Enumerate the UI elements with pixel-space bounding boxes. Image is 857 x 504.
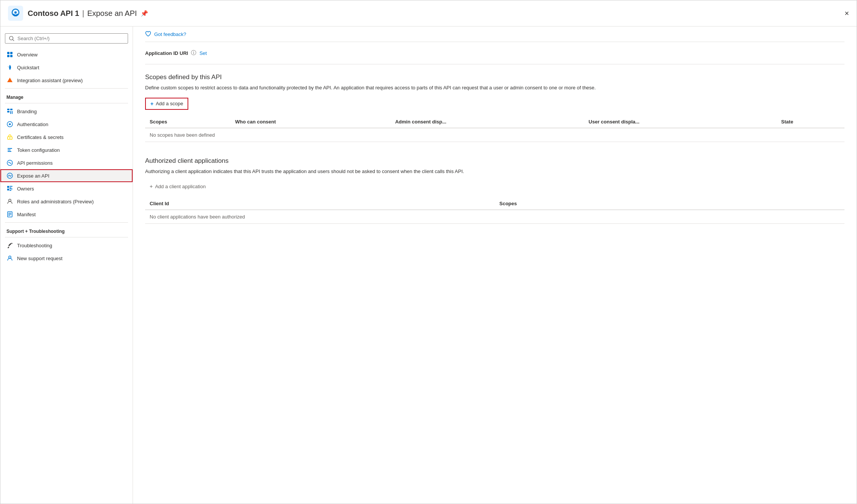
svg-rect-13 (10, 111, 11, 114)
sidebar-item-certificates[interactable]: Certificates & secrets (0, 131, 133, 144)
token-icon (6, 147, 13, 153)
col-who-consent: Who can consent (230, 116, 390, 128)
svg-rect-12 (7, 111, 9, 112)
expose-api-label: Expose an API (17, 173, 49, 179)
app-container: Contoso API 1 | Expose an API 📌 × « (0, 0, 857, 504)
overview-label: Overview (17, 52, 38, 58)
svg-rect-20 (8, 151, 11, 152)
sidebar-item-overview[interactable]: Overview (0, 48, 133, 61)
svg-rect-8 (10, 55, 13, 57)
app-icon (8, 6, 23, 21)
sidebar-item-roles[interactable]: Roles and administrators (Preview) (0, 195, 133, 208)
search-icon (9, 36, 14, 41)
col-client-id: Client Id (145, 198, 495, 210)
svg-rect-27 (9, 189, 13, 189)
header-title: Contoso API 1 | Expose an API (28, 9, 137, 18)
authentication-icon (6, 121, 13, 128)
page-title-text: Expose an API (87, 9, 137, 18)
title-separator: | (82, 9, 84, 18)
sidebar-item-manifest[interactable]: Manifest (0, 208, 133, 221)
clients-empty-message: No client applications have been authori… (145, 210, 844, 224)
svg-rect-31 (8, 213, 11, 214)
col-scopes: Scopes (495, 198, 844, 210)
close-button[interactable]: × (844, 9, 849, 18)
integration-icon (6, 77, 13, 84)
svg-point-17 (9, 137, 11, 139)
scopes-section: Scopes defined by this API Define custom… (145, 64, 844, 148)
search-box: « (5, 33, 128, 44)
clients-table-header: Client Id Scopes (145, 198, 844, 210)
branding-label: Branding (17, 109, 37, 114)
svg-marker-9 (7, 78, 13, 82)
svg-rect-33 (8, 215, 10, 216)
svg-rect-24 (9, 186, 13, 187)
app-name: Contoso API 1 (28, 9, 79, 18)
clients-table: Client Id Scopes No client applications … (145, 198, 844, 224)
svg-rect-25 (9, 187, 11, 188)
svg-rect-14 (12, 111, 13, 114)
sidebar-item-api-permissions[interactable]: API permissions (0, 156, 133, 169)
col-scopes: Scopes (145, 116, 230, 128)
sidebar-item-expose-api[interactable]: Expose an API (0, 169, 133, 182)
feedback-bar[interactable]: Got feedback? (145, 27, 844, 42)
svg-rect-11 (10, 109, 13, 110)
scopes-title: Scopes defined by this API (145, 73, 844, 81)
add-client-label: Add a client application (155, 184, 206, 189)
svg-rect-10 (7, 109, 9, 110)
svg-rect-7 (7, 55, 9, 57)
add-scope-plus-icon: + (150, 101, 153, 107)
sidebar-item-support[interactable]: New support request (0, 252, 133, 265)
col-state: State (777, 116, 844, 128)
token-label: Token configuration (17, 147, 60, 153)
app-id-row: Application ID URI ⓘ Set (145, 42, 844, 64)
content-area: Got feedback? Application ID URI ⓘ Set S… (133, 27, 857, 504)
owners-icon (6, 185, 13, 192)
svg-rect-28 (9, 190, 11, 191)
sidebar-item-branding[interactable]: Branding (0, 105, 133, 118)
svg-point-34 (9, 256, 11, 258)
certificates-label: Certificates & secrets (17, 134, 64, 140)
svg-rect-6 (10, 52, 13, 54)
sidebar-item-integration[interactable]: Integration assistant (preview) (0, 74, 133, 87)
col-admin-consent: Admin consent disp... (391, 116, 584, 128)
quickstart-label: Quickstart (17, 65, 39, 70)
sidebar-item-authentication[interactable]: Authentication (0, 118, 133, 131)
certificates-icon (6, 134, 13, 140)
app-id-info-icon: ⓘ (191, 50, 196, 56)
authorized-desc: Authorizing a client application indicat… (145, 168, 676, 175)
svg-point-29 (9, 199, 11, 201)
authorized-title: Authorized client applications (145, 157, 844, 165)
search-input[interactable] (17, 36, 124, 41)
manage-divider2 (5, 103, 128, 103)
sidebar-item-owners[interactable]: Owners (0, 182, 133, 195)
main-layout: « Overview Quickstart I (0, 27, 857, 504)
manage-divider (5, 88, 128, 89)
sidebar-item-troubleshooting[interactable]: Troubleshooting (0, 239, 133, 252)
sidebar-item-quickstart[interactable]: Quickstart (0, 61, 133, 74)
clients-empty-row: No client applications have been authori… (145, 210, 844, 224)
support-label: New support request (17, 256, 63, 261)
set-link[interactable]: Set (199, 50, 207, 56)
sidebar-item-token[interactable]: Token configuration (0, 144, 133, 156)
svg-line-4 (13, 39, 14, 41)
authentication-label: Authentication (17, 122, 48, 127)
scopes-desc: Define custom scopes to restrict access … (145, 84, 676, 92)
manifest-label: Manifest (17, 212, 36, 217)
api-permissions-icon (6, 159, 13, 166)
overview-icon (6, 51, 13, 58)
manifest-icon (6, 211, 13, 218)
sidebar: « Overview Quickstart I (0, 27, 133, 504)
scopes-empty-message: No scopes have been defined (145, 128, 844, 142)
add-client-button[interactable]: + Add a client application (145, 181, 210, 192)
svg-rect-19 (8, 150, 11, 150)
add-scope-label: Add a scope (156, 101, 183, 106)
authorized-section: Authorized client applications Authorizi… (145, 148, 844, 230)
add-scope-button[interactable]: + Add a scope (145, 98, 188, 110)
feedback-label: Got feedback? (154, 31, 186, 37)
svg-rect-18 (8, 148, 12, 149)
svg-rect-23 (7, 186, 9, 188)
svg-rect-26 (7, 189, 9, 190)
pin-icon[interactable]: 📌 (141, 10, 148, 17)
troubleshooting-icon (6, 242, 13, 249)
svg-rect-32 (8, 214, 11, 215)
